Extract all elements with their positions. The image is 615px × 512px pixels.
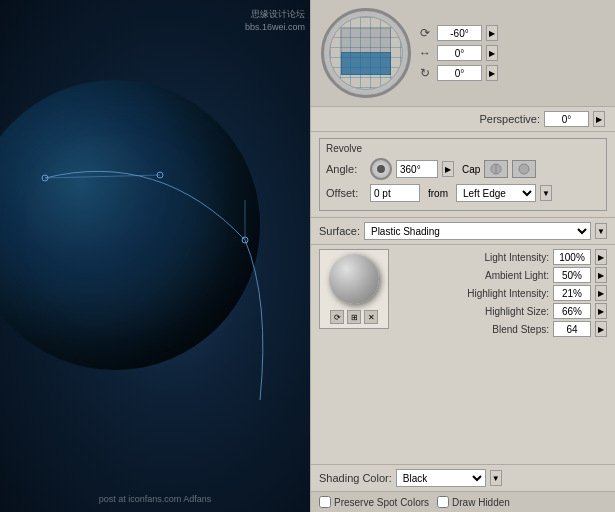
revolve-section: Revolve Angle: ▶ Cap Offset: from Left E… (319, 138, 607, 211)
canvas-area: 思缘设计论坛 bbs.16wei.com post at iconfans.co… (0, 0, 310, 512)
x-rotation-arrow[interactable]: ▶ (486, 25, 498, 41)
right-panel: ⟳ ▶ ↔ ▶ ↻ ▶ Perspective: ▶ Revolve (310, 0, 615, 512)
y-rotation-input[interactable] (437, 45, 482, 61)
rotation-inputs: ⟳ ▶ ↔ ▶ ↻ ▶ (417, 25, 605, 81)
watermark-top: 思缘设计论坛 bbs.16wei.com (245, 8, 305, 33)
surface-row: Surface: Plastic Shading Diffuse Shading… (311, 217, 615, 244)
grid-preview (330, 17, 402, 89)
surface-label: Surface: (319, 225, 360, 237)
preserve-spot-checkbox[interactable] (319, 496, 331, 508)
draw-hidden-item: Draw Hidden (437, 496, 510, 508)
from-label: from (428, 188, 448, 199)
sphere-preview-box: ⟳ ⊞ ✕ (319, 249, 389, 329)
angle-row: Angle: ▶ Cap (326, 158, 600, 180)
preserve-spot-label: Preserve Spot Colors (334, 497, 429, 508)
x-rotation-input[interactable] (437, 25, 482, 41)
surface-select[interactable]: Plastic Shading Diffuse Shading No Shadi… (364, 222, 591, 240)
grid-lines (330, 17, 402, 89)
blend-steps-input[interactable] (553, 321, 591, 337)
highlight-intensity-input[interactable] (553, 285, 591, 301)
preview-icon-2[interactable]: ⊞ (347, 310, 361, 324)
highlight-intensity-label: Highlight Intensity: (397, 288, 549, 299)
blend-steps-row: Blend Steps: ▶ (397, 321, 607, 337)
draw-hidden-label: Draw Hidden (452, 497, 510, 508)
cap-btn-2[interactable] (512, 160, 536, 178)
x-rotation-row: ⟳ ▶ (417, 25, 605, 41)
angle-arrow[interactable]: ▶ (442, 161, 454, 177)
z-rotation-input[interactable] (437, 65, 482, 81)
cap-btn-1[interactable] (484, 160, 508, 178)
draw-hidden-checkbox[interactable] (437, 496, 449, 508)
highlight-size-label: Highlight Size: (397, 306, 549, 317)
y-rotation-arrow[interactable]: ▶ (486, 45, 498, 61)
light-intensity-row: Light Intensity: ▶ (397, 249, 607, 265)
ambient-light-label: Ambient Light: (397, 270, 549, 281)
light-intensity-input[interactable] (553, 249, 591, 265)
shading-color-label: Shading Color: (319, 472, 392, 484)
shading-color-select[interactable]: Black White Custom (396, 469, 486, 487)
z-rotate-icon: ↻ (417, 65, 433, 81)
highlight-intensity-row: Highlight Intensity: ▶ (397, 285, 607, 301)
rotation-circle-inner (329, 16, 403, 90)
y-rotation-row: ↔ ▶ (417, 45, 605, 61)
highlight-size-arrow[interactable]: ▶ (595, 303, 607, 319)
perspective-row: Perspective: ▶ (311, 107, 615, 132)
surface-arrow[interactable]: ▼ (595, 223, 607, 239)
ambient-light-input[interactable] (553, 267, 591, 283)
offset-from-select[interactable]: Left Edge Right Edge (456, 184, 536, 202)
rotation-circle[interactable] (321, 8, 411, 98)
angle-dial[interactable] (370, 158, 392, 180)
preserve-spot-item: Preserve Spot Colors (319, 496, 429, 508)
offset-from-arrow[interactable]: ▼ (540, 185, 552, 201)
x-rotate-icon: ⟳ (417, 25, 433, 41)
perspective-input[interactable] (544, 111, 589, 127)
light-intensity-label: Light Intensity: (397, 252, 549, 263)
offset-row: Offset: from Left Edge Right Edge ▼ (326, 184, 600, 202)
light-params: Light Intensity: ▶ Ambient Light: ▶ High… (397, 249, 607, 460)
revolve-title: Revolve (326, 143, 600, 154)
perspective-label: Perspective: (321, 113, 540, 125)
ambient-light-row: Ambient Light: ▶ (397, 267, 607, 283)
offset-input[interactable] (370, 184, 420, 202)
sphere-mini-preview[interactable] (329, 254, 379, 304)
highlight-size-row: Highlight Size: ▶ (397, 303, 607, 319)
z-rotation-row: ↻ ▶ (417, 65, 605, 81)
svg-point-6 (519, 164, 529, 174)
highlight-size-input[interactable] (553, 303, 591, 319)
cap-label: Cap (462, 164, 480, 175)
ambient-light-arrow[interactable]: ▶ (595, 267, 607, 283)
offset-label: Offset: (326, 187, 366, 199)
surface-detail: ⟳ ⊞ ✕ Light Intensity: ▶ Ambient Light: … (311, 244, 615, 464)
shading-color-row: Shading Color: Black White Custom ▼ (311, 464, 615, 491)
preview-icon-3[interactable]: ✕ (364, 310, 378, 324)
checkbox-row: Preserve Spot Colors Draw Hidden (311, 491, 615, 512)
rotation-widget-area: ⟳ ▶ ↔ ▶ ↻ ▶ (311, 0, 615, 107)
perspective-arrow[interactable]: ▶ (593, 111, 605, 127)
light-intensity-arrow[interactable]: ▶ (595, 249, 607, 265)
y-rotate-icon: ↔ (417, 45, 433, 61)
shading-color-arrow[interactable]: ▼ (490, 470, 502, 486)
angle-label: Angle: (326, 163, 366, 175)
sphere-preview-icons: ⟳ ⊞ ✕ (330, 310, 378, 324)
blend-steps-arrow[interactable]: ▶ (595, 321, 607, 337)
z-rotation-arrow[interactable]: ▶ (486, 65, 498, 81)
watermark-bottom: post at iconfans.com Adfans (99, 494, 212, 504)
bezier-path (0, 0, 310, 512)
highlight-intensity-arrow[interactable]: ▶ (595, 285, 607, 301)
blend-steps-label: Blend Steps: (397, 324, 549, 335)
angle-input[interactable] (396, 160, 438, 178)
preview-icon-1[interactable]: ⟳ (330, 310, 344, 324)
